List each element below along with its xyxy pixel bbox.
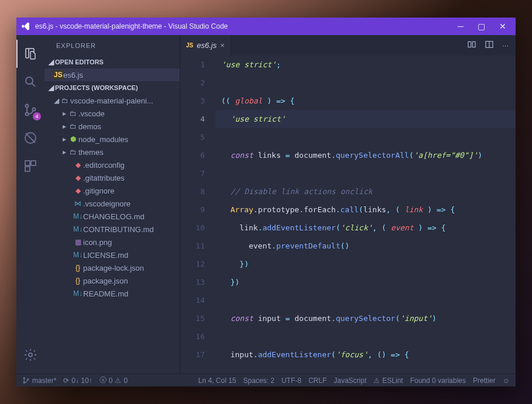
folder-item[interactable]: ▸🗀demos <box>44 120 180 133</box>
workspace-label: PROJECTS (WORKSPACE) <box>55 84 138 91</box>
status-language[interactable]: JavaScript <box>334 377 366 385</box>
code-line[interactable] <box>215 164 516 182</box>
status-encoding[interactable]: UTF-8 <box>282 377 301 385</box>
debug-icon <box>23 131 37 145</box>
extensions-icon <box>23 159 37 173</box>
file-item[interactable]: M↓README.md <box>44 287 180 300</box>
status-cursor[interactable]: Ln 4, Col 15 <box>198 377 236 385</box>
status-prettier[interactable]: Prettier <box>473 377 496 385</box>
code-line[interactable] <box>215 128 516 146</box>
titlebar[interactable]: es6.js - vscode-material-palenight-theme… <box>16 18 516 35</box>
line-number: 12 <box>180 255 205 273</box>
code-line[interactable]: // Disable link actions onclick <box>215 182 516 201</box>
code-line[interactable] <box>215 291 516 309</box>
code-line[interactable]: const links = document.querySelectorAll(… <box>215 146 516 164</box>
vscode-file-icon: ⋈ <box>73 199 83 208</box>
tree-item-label: .vscodeignore <box>83 199 131 208</box>
line-number: 17 <box>180 346 205 364</box>
code-line[interactable]: 'use strict' <box>215 110 516 128</box>
code-line[interactable]: event.preventDefault() <box>215 237 516 255</box>
status-eol[interactable]: CRLF <box>308 377 327 385</box>
svg-rect-7 <box>25 167 30 171</box>
tree-item-label: demos <box>78 122 101 131</box>
tree-item-label: .gitignore <box>83 187 114 195</box>
activity-debug[interactable] <box>16 124 44 152</box>
search-icon <box>23 75 37 89</box>
code-line[interactable]: Array.prototype.forEach.call(links, ( li… <box>215 201 516 219</box>
svg-rect-9 <box>468 42 471 47</box>
status-eslint[interactable]: ⚠ ESLint <box>373 377 403 385</box>
tree-item-label: CHANGELOG.md <box>83 212 145 221</box>
folder-icon: 🗀 <box>68 109 78 118</box>
file-item[interactable]: {}package-lock.json <box>44 261 180 274</box>
js-file-icon: JS <box>53 70 63 80</box>
file-item[interactable]: ◆.editorconfig <box>44 158 180 171</box>
files-icon <box>23 47 37 61</box>
status-vars[interactable]: Found 0 variables <box>410 377 466 385</box>
open-editors-section[interactable]: ◢ OPEN EDITORS <box>44 56 180 68</box>
code-line[interactable]: 'use strict'; <box>215 56 516 74</box>
code-line[interactable]: link.addEventListener('click', ( event )… <box>215 219 516 237</box>
scm-badge: 4 <box>33 112 41 120</box>
folder-item[interactable]: ▸🗀.vscode <box>44 107 180 120</box>
tree-item-label: .editorconfig <box>83 161 125 170</box>
folder-item[interactable]: ◢🗀vscode-material-paleni... <box>44 94 180 107</box>
code-editor[interactable]: 1234567891011121314151617 'use strict';(… <box>180 56 516 374</box>
activity-extensions[interactable] <box>16 152 44 180</box>
git-file-icon: ◆ <box>73 187 83 195</box>
code-line[interactable]: (( global ) => { <box>215 92 516 110</box>
file-item[interactable]: ◆.gitattributes <box>44 171 180 184</box>
workspace-section[interactable]: ◢ PROJECTS (WORKSPACE) <box>44 81 180 94</box>
chevron-right-icon: ▸ <box>61 148 68 156</box>
close-icon[interactable]: ✕ <box>499 22 506 31</box>
file-item[interactable]: M↓LICENSE.md <box>44 248 180 261</box>
status-spaces[interactable]: Spaces: 2 <box>243 377 274 385</box>
status-branch[interactable]: master* <box>22 377 56 385</box>
file-item[interactable]: ⋈.vscodeignore <box>44 197 180 210</box>
code-line[interactable] <box>215 74 516 92</box>
markdown-file-icon: M↓ <box>73 225 83 233</box>
svg-point-2 <box>26 113 29 116</box>
svg-rect-10 <box>472 42 475 47</box>
file-tree: ◢🗀vscode-material-paleni...▸🗀.vscode▸🗀de… <box>44 94 180 300</box>
open-editors-label: OPEN EDITORS <box>55 58 104 65</box>
open-editor-item[interactable]: JS es6.js <box>44 68 180 81</box>
code-line[interactable] <box>215 327 516 346</box>
line-number: 3 <box>180 92 205 110</box>
file-item[interactable]: ▦icon.png <box>44 236 180 248</box>
minimize-icon[interactable]: ─ <box>458 22 464 31</box>
split-editor-icon[interactable] <box>485 40 494 51</box>
code-line[interactable]: input.addEventListener('focus', () => { <box>215 346 516 364</box>
editor-actions: ··· <box>460 35 516 56</box>
activity-bar: 4 <box>16 35 44 374</box>
file-item[interactable]: M↓CONTRIBUTING.md <box>44 223 180 236</box>
activity-settings[interactable] <box>16 341 44 369</box>
tree-item-label: .vscode <box>78 109 105 118</box>
activity-scm[interactable]: 4 <box>16 96 44 124</box>
code-content[interactable]: 'use strict';(( global ) => { 'use stric… <box>215 56 516 374</box>
tab-close-icon[interactable]: × <box>220 41 225 50</box>
more-icon[interactable]: ··· <box>502 41 509 50</box>
line-number: 15 <box>180 309 205 327</box>
file-item[interactable]: ◆.gitignore <box>44 184 180 197</box>
file-label: es6.js <box>63 71 83 80</box>
status-sync[interactable]: ⟳ 0↓ 10↑ <box>63 377 92 385</box>
editor-tab[interactable]: JS es6.js × <box>180 35 231 56</box>
file-item[interactable]: M↓CHANGELOG.md <box>44 210 180 223</box>
code-line[interactable]: }) <box>215 273 516 291</box>
tree-item-label: node_modules <box>78 135 128 144</box>
compare-icon[interactable] <box>467 40 476 51</box>
folder-item[interactable]: ▸⬢node_modules <box>44 133 180 146</box>
status-feedback-icon[interactable]: ☺ <box>503 377 510 385</box>
tree-item-label: themes <box>78 148 104 157</box>
file-item[interactable]: {}package.json <box>44 274 180 287</box>
activity-search[interactable] <box>16 68 44 96</box>
status-problems[interactable]: ⓧ 0 ⚠ 0 <box>99 375 128 385</box>
editor-tabs: JS es6.js × ··· <box>180 35 516 56</box>
folder-item[interactable]: ▸🗀themes <box>44 146 180 158</box>
line-numbers: 1234567891011121314151617 <box>180 56 215 374</box>
maximize-icon[interactable]: ▢ <box>478 22 485 31</box>
code-line[interactable]: }) <box>215 255 516 273</box>
activity-explorer[interactable] <box>16 40 44 68</box>
code-line[interactable]: const input = document.querySelector('in… <box>215 309 516 327</box>
